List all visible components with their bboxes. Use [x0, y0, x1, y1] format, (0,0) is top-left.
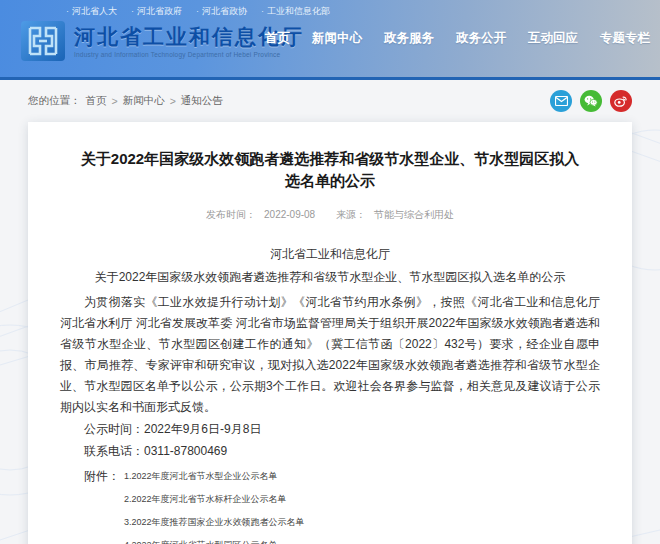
wechat-icon[interactable] — [580, 90, 602, 112]
breadcrumb-label: 您的位置： — [28, 94, 81, 108]
issuing-org-line: 河北省工业和信息化厅 — [60, 244, 600, 265]
source-value: 节能与综合利用处 — [374, 209, 454, 220]
breadcrumb-separator: > — [112, 95, 118, 107]
breadcrumb-separator: > — [170, 95, 176, 107]
bullet-icon: · — [196, 6, 199, 16]
mail-icon[interactable] — [550, 90, 572, 112]
attachment-link[interactable]: 2.2022年度河北省节水标杆企业公示名单 — [124, 493, 305, 505]
nav-topics[interactable]: 专题专栏 — [600, 30, 650, 47]
main-nav: 首页 新闻中心 政务服务 政务公开 互动回应 专题专栏 — [265, 30, 650, 47]
share-icons — [550, 90, 632, 112]
site-title-en: Industry and Information Technology Depa… — [74, 51, 304, 58]
bullet-icon: · — [131, 6, 134, 16]
attachments-list: 1.2022年度河北省节水型企业公示名单 2.2022年度河北省节水标杆企业公示… — [124, 466, 305, 544]
attachment-link[interactable]: 3.2022年度推荐国家企业水效领跑者公示名单 — [124, 516, 305, 528]
breadcrumb-news[interactable]: 新闻中心 — [123, 94, 165, 108]
publish-label: 发布时间： — [206, 209, 256, 220]
notice-paragraph: 为贯彻落实《工业水效提升行动计划》《河北省节约用水条例》，按照《河北省工业和信息… — [60, 292, 600, 418]
contact-phone-line: 联系电话：0311-87800469 — [60, 441, 600, 462]
bullet-icon: · — [261, 6, 264, 16]
top-link-zhengxie[interactable]: ·河北省政协 — [196, 5, 247, 18]
breadcrumb-bar: 您的位置： 首页 > 新闻中心 > 通知公告 — [0, 80, 660, 120]
nav-disclosure[interactable]: 政务公开 — [456, 30, 506, 47]
nav-interaction[interactable]: 互动回应 — [528, 30, 578, 47]
notice-subtitle-line: 关于2022年国家级水效领跑者遴选推荐和省级节水型企业、节水型园区拟入选名单的公… — [60, 267, 600, 288]
breadcrumb-notices[interactable]: 通知公告 — [181, 94, 223, 108]
top-links: ·河北省人大 ·河北省政府 ·河北省政协 ·工业和信息化部 — [0, 0, 660, 18]
article-title: 关于2022年国家级水效领跑者遴选推荐和省级节水型企业、节水型园区拟入选名单的公… — [60, 148, 600, 192]
attachments-block: 附件： 1.2022年度河北省节水型企业公示名单 2.2022年度河北省节水标杆… — [60, 466, 600, 544]
article-body: 河北省工业和信息化厅 关于2022年国家级水效领跑者遴选推荐和省级节水型企业、节… — [60, 244, 600, 544]
top-link-zhengfu[interactable]: ·河北省政府 — [131, 5, 182, 18]
top-link-renda[interactable]: ·河北省人大 — [66, 5, 117, 18]
nav-services[interactable]: 政务服务 — [384, 30, 434, 47]
article-meta: 发布时间：2022-09-08 来源：节能与综合利用处 — [60, 208, 600, 222]
weibo-icon[interactable] — [610, 90, 632, 112]
agency-logo-icon — [20, 20, 66, 62]
article-card: 关于2022年国家级水效领跑者遴选推荐和省级节水型企业、节水型园区拟入选名单的公… — [28, 122, 632, 544]
nav-news[interactable]: 新闻中心 — [312, 30, 362, 47]
notice-time-line: 公示时间：2022年9月6日-9月8日 — [60, 419, 600, 440]
top-link-miit[interactable]: ·工业和信息化部 — [261, 5, 330, 18]
nav-home[interactable]: 首页 — [265, 30, 290, 47]
source-label: 来源： — [336, 209, 366, 220]
bullet-icon: · — [66, 6, 69, 16]
breadcrumb: 您的位置： 首页 > 新闻中心 > 通知公告 — [28, 94, 223, 108]
publish-date: 2022-09-08 — [264, 209, 315, 220]
attachment-link[interactable]: 1.2022年度河北省节水型企业公示名单 — [124, 470, 305, 482]
attachment-link[interactable]: 4.2022年度河北省节水型园区公示名单 — [124, 539, 305, 544]
site-header: ·河北省人大 ·河北省政府 ·河北省政协 ·工业和信息化部 河北省工业和信息化厅… — [0, 0, 660, 80]
breadcrumb-home[interactable]: 首页 — [86, 94, 107, 108]
attachments-label: 附件： — [60, 466, 120, 544]
